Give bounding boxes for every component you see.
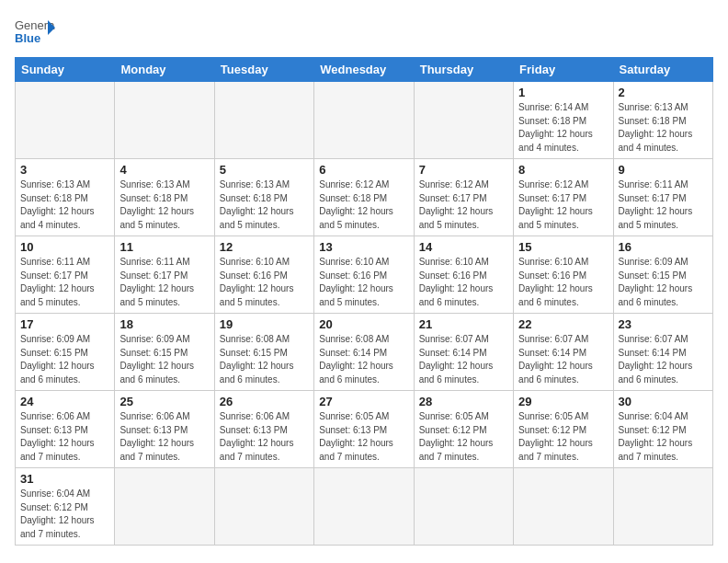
- day-cell: 26Sunrise: 6:06 AM Sunset: 6:13 PM Dayli…: [214, 391, 313, 468]
- page-header: General Blue: [15, 15, 713, 48]
- day-info: Sunrise: 6:06 AM Sunset: 6:13 PM Dayligh…: [119, 410, 209, 464]
- day-number: 21: [419, 317, 508, 331]
- day-number: 16: [619, 240, 708, 254]
- day-cell: 3Sunrise: 6:13 AM Sunset: 6:18 PM Daylig…: [16, 159, 115, 236]
- day-number: 20: [319, 317, 408, 331]
- day-cell: 31Sunrise: 6:04 AM Sunset: 6:12 PM Dayli…: [16, 468, 115, 546]
- day-number: 23: [619, 317, 708, 331]
- day-cell: 2Sunrise: 6:13 AM Sunset: 6:18 PM Daylig…: [613, 82, 712, 159]
- day-info: Sunrise: 6:09 AM Sunset: 6:15 PM Dayligh…: [20, 333, 109, 386]
- day-info: Sunrise: 6:13 AM Sunset: 6:18 PM Dayligh…: [119, 178, 209, 232]
- day-number: 12: [220, 240, 309, 254]
- day-cell: [314, 468, 414, 546]
- day-cell: [314, 82, 414, 159]
- day-cell: [414, 82, 513, 159]
- day-cell: 20Sunrise: 6:08 AM Sunset: 6:14 PM Dayli…: [314, 314, 414, 391]
- day-cell: 22Sunrise: 6:07 AM Sunset: 6:14 PM Dayli…: [514, 314, 613, 391]
- col-header-wednesday: Wednesday: [314, 58, 414, 82]
- day-cell: 18Sunrise: 6:09 AM Sunset: 6:15 PM Dayli…: [115, 314, 214, 391]
- calendar-table: SundayMondayTuesdayWednesdayThursdayFrid…: [15, 57, 713, 546]
- day-info: Sunrise: 6:07 AM Sunset: 6:14 PM Dayligh…: [419, 333, 508, 386]
- week-row-5: 31Sunrise: 6:04 AM Sunset: 6:12 PM Dayli…: [16, 468, 713, 546]
- week-row-4: 24Sunrise: 6:06 AM Sunset: 6:13 PM Dayli…: [16, 391, 713, 468]
- day-info: Sunrise: 6:09 AM Sunset: 6:15 PM Dayligh…: [619, 256, 708, 309]
- day-number: 27: [319, 395, 408, 408]
- day-cell: 9Sunrise: 6:11 AM Sunset: 6:17 PM Daylig…: [613, 159, 712, 236]
- day-number: 24: [20, 395, 109, 408]
- col-header-saturday: Saturday: [613, 58, 712, 82]
- day-info: Sunrise: 6:08 AM Sunset: 6:14 PM Dayligh…: [319, 333, 408, 386]
- day-info: Sunrise: 6:10 AM Sunset: 6:16 PM Dayligh…: [220, 256, 309, 309]
- day-cell: 29Sunrise: 6:05 AM Sunset: 6:12 PM Dayli…: [514, 391, 613, 468]
- day-info: Sunrise: 6:10 AM Sunset: 6:16 PM Dayligh…: [518, 256, 608, 309]
- day-number: 5: [220, 163, 309, 177]
- day-cell: [214, 82, 313, 159]
- day-cell: [613, 468, 712, 546]
- day-number: 17: [20, 317, 109, 331]
- day-info: Sunrise: 6:05 AM Sunset: 6:12 PM Dayligh…: [518, 410, 608, 464]
- day-cell: 11Sunrise: 6:11 AM Sunset: 6:17 PM Dayli…: [115, 236, 214, 314]
- svg-text:Blue: Blue: [15, 31, 40, 45]
- day-number: 11: [119, 240, 209, 254]
- day-info: Sunrise: 6:12 AM Sunset: 6:18 PM Dayligh…: [319, 178, 408, 232]
- logo: General Blue: [15, 15, 55, 48]
- day-cell: [214, 468, 313, 546]
- day-cell: 19Sunrise: 6:08 AM Sunset: 6:15 PM Dayli…: [214, 314, 313, 391]
- day-info: Sunrise: 6:12 AM Sunset: 6:17 PM Dayligh…: [518, 178, 608, 232]
- day-info: Sunrise: 6:07 AM Sunset: 6:14 PM Dayligh…: [518, 333, 608, 386]
- col-header-sunday: Sunday: [16, 58, 115, 82]
- day-info: Sunrise: 6:13 AM Sunset: 6:18 PM Dayligh…: [20, 178, 109, 232]
- day-cell: 21Sunrise: 6:07 AM Sunset: 6:14 PM Dayli…: [414, 314, 513, 391]
- week-row-2: 10Sunrise: 6:11 AM Sunset: 6:17 PM Dayli…: [16, 236, 713, 314]
- day-info: Sunrise: 6:13 AM Sunset: 6:18 PM Dayligh…: [220, 178, 309, 232]
- day-cell: [16, 82, 115, 159]
- col-header-monday: Monday: [115, 58, 214, 82]
- day-info: Sunrise: 6:12 AM Sunset: 6:17 PM Dayligh…: [419, 178, 508, 232]
- day-cell: 4Sunrise: 6:13 AM Sunset: 6:18 PM Daylig…: [115, 159, 214, 236]
- day-number: 13: [319, 240, 408, 254]
- day-number: 15: [518, 240, 608, 254]
- day-cell: 5Sunrise: 6:13 AM Sunset: 6:18 PM Daylig…: [214, 159, 313, 236]
- col-header-friday: Friday: [514, 58, 613, 82]
- calendar-header-row: SundayMondayTuesdayWednesdayThursdayFrid…: [16, 58, 713, 82]
- week-row-0: 1Sunrise: 6:14 AM Sunset: 6:18 PM Daylig…: [16, 82, 713, 159]
- day-cell: 13Sunrise: 6:10 AM Sunset: 6:16 PM Dayli…: [314, 236, 414, 314]
- day-number: 9: [619, 163, 708, 177]
- day-info: Sunrise: 6:05 AM Sunset: 6:12 PM Dayligh…: [419, 410, 508, 464]
- day-number: 7: [419, 163, 508, 177]
- day-info: Sunrise: 6:05 AM Sunset: 6:13 PM Dayligh…: [319, 410, 408, 464]
- day-number: 22: [518, 317, 608, 331]
- day-number: 25: [119, 395, 209, 408]
- day-cell: [115, 82, 214, 159]
- day-cell: 1Sunrise: 6:14 AM Sunset: 6:18 PM Daylig…: [514, 82, 613, 159]
- day-number: 30: [619, 395, 708, 408]
- day-number: 18: [119, 317, 209, 331]
- day-cell: 17Sunrise: 6:09 AM Sunset: 6:15 PM Dayli…: [16, 314, 115, 391]
- day-cell: 28Sunrise: 6:05 AM Sunset: 6:12 PM Dayli…: [414, 391, 513, 468]
- day-number: 3: [20, 163, 109, 177]
- day-cell: 14Sunrise: 6:10 AM Sunset: 6:16 PM Dayli…: [414, 236, 513, 314]
- day-number: 29: [518, 395, 608, 408]
- day-info: Sunrise: 6:04 AM Sunset: 6:12 PM Dayligh…: [619, 410, 708, 464]
- day-cell: 23Sunrise: 6:07 AM Sunset: 6:14 PM Dayli…: [613, 314, 712, 391]
- col-header-tuesday: Tuesday: [214, 58, 313, 82]
- day-info: Sunrise: 6:06 AM Sunset: 6:13 PM Dayligh…: [220, 410, 309, 464]
- col-header-thursday: Thursday: [414, 58, 513, 82]
- day-number: 14: [419, 240, 508, 254]
- day-info: Sunrise: 6:10 AM Sunset: 6:16 PM Dayligh…: [419, 256, 508, 309]
- day-cell: 15Sunrise: 6:10 AM Sunset: 6:16 PM Dayli…: [514, 236, 613, 314]
- day-info: Sunrise: 6:11 AM Sunset: 6:17 PM Dayligh…: [619, 178, 708, 232]
- day-cell: [514, 468, 613, 546]
- week-row-1: 3Sunrise: 6:13 AM Sunset: 6:18 PM Daylig…: [16, 159, 713, 236]
- day-info: Sunrise: 6:11 AM Sunset: 6:17 PM Dayligh…: [119, 256, 209, 309]
- day-cell: [414, 468, 513, 546]
- day-cell: 6Sunrise: 6:12 AM Sunset: 6:18 PM Daylig…: [314, 159, 414, 236]
- day-cell: 30Sunrise: 6:04 AM Sunset: 6:12 PM Dayli…: [613, 391, 712, 468]
- day-number: 4: [119, 163, 209, 177]
- day-cell: 8Sunrise: 6:12 AM Sunset: 6:17 PM Daylig…: [514, 159, 613, 236]
- day-number: 2: [619, 86, 708, 99]
- day-cell: 24Sunrise: 6:06 AM Sunset: 6:13 PM Dayli…: [16, 391, 115, 468]
- logo-svg: General Blue: [15, 15, 55, 48]
- week-row-3: 17Sunrise: 6:09 AM Sunset: 6:15 PM Dayli…: [16, 314, 713, 391]
- day-info: Sunrise: 6:09 AM Sunset: 6:15 PM Dayligh…: [119, 333, 209, 386]
